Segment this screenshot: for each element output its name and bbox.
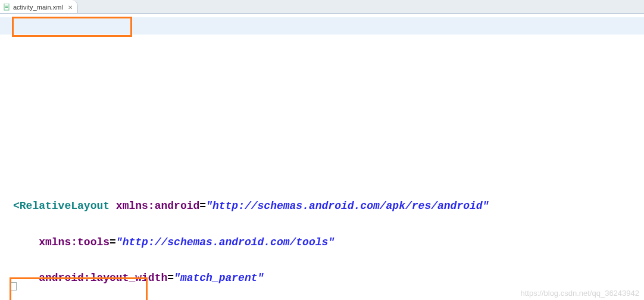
svg-rect-3 <box>5 7 8 8</box>
fold-marker <box>11 282 17 290</box>
svg-rect-1 <box>5 5 8 5</box>
svg-rect-0 <box>4 4 9 10</box>
editor-tab-activity-main[interactable]: activity_main.xml ✕ <box>0 0 78 13</box>
tab-label: activity_main.xml <box>13 4 63 11</box>
tab-bar: activity_main.xml ✕ <box>0 0 644 14</box>
svg-rect-2 <box>5 6 8 7</box>
file-icon <box>4 4 11 11</box>
close-icon[interactable]: ✕ <box>65 4 73 11</box>
code-editor[interactable]: <RelativeLayout xmlns:android="http://sc… <box>0 14 644 300</box>
code-block: <RelativeLayout xmlns:android="http://sc… <box>13 179 638 300</box>
